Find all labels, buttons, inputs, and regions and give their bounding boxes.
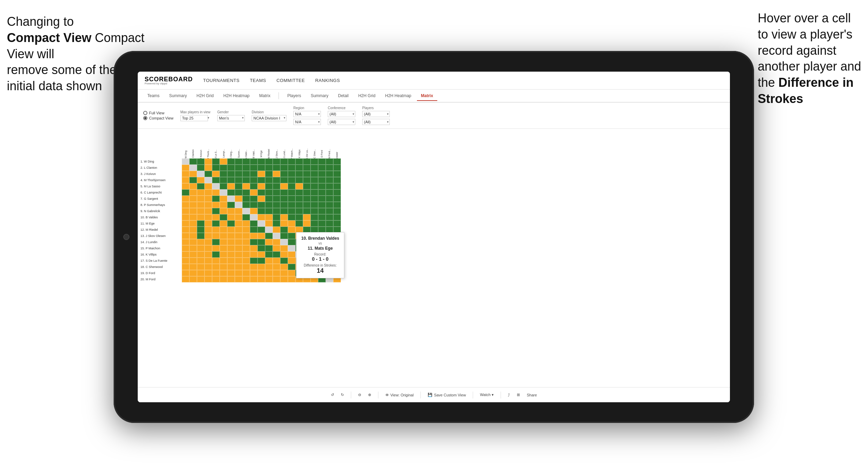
- grid-cell[interactable]: [265, 245, 273, 251]
- grid-cell[interactable]: [220, 208, 227, 214]
- grid-cell[interactable]: [288, 158, 295, 165]
- grid-cell[interactable]: [250, 220, 258, 227]
- grid-cell[interactable]: [205, 177, 212, 183]
- grid-cell[interactable]: [220, 270, 227, 276]
- grid-cell[interactable]: [265, 258, 273, 264]
- grid-cell[interactable]: [273, 227, 280, 233]
- grid-cell[interactable]: [227, 196, 235, 202]
- division-select[interactable]: NCAA Division I: [252, 115, 286, 121]
- grid-cell[interactable]: [212, 202, 220, 208]
- grid-cell[interactable]: [333, 202, 341, 208]
- grid-cell[interactable]: [227, 208, 235, 214]
- grid-icon-button[interactable]: ⊞: [517, 393, 520, 397]
- grid-cell[interactable]: [288, 251, 295, 258]
- grid-cell[interactable]: [250, 171, 258, 177]
- grid-cell[interactable]: [280, 202, 288, 208]
- grid-cell[interactable]: [280, 196, 288, 202]
- grid-cell[interactable]: [333, 208, 341, 214]
- grid-cell[interactable]: [242, 189, 250, 196]
- grid-cell[interactable]: [265, 202, 273, 208]
- grid-cell[interactable]: [235, 189, 242, 196]
- grid-cell[interactable]: [333, 177, 341, 183]
- grid-cell[interactable]: [227, 233, 235, 239]
- grid-cell[interactable]: [280, 214, 288, 220]
- players-select2[interactable]: (All): [362, 119, 390, 125]
- grid-cell[interactable]: [182, 276, 189, 282]
- grid-cell[interactable]: [295, 171, 303, 177]
- save-custom-button[interactable]: 💾 Save Custom View: [428, 393, 466, 397]
- undo-button[interactable]: ↺: [331, 393, 334, 397]
- grid-cell[interactable]: [189, 233, 197, 239]
- grid-cell[interactable]: [205, 158, 212, 165]
- zoom-in-button[interactable]: ⊕: [368, 393, 371, 397]
- grid-cell[interactable]: [265, 158, 273, 165]
- grid-cell[interactable]: [242, 264, 250, 270]
- grid-cell[interactable]: [288, 183, 295, 189]
- grid-cell[interactable]: [197, 158, 205, 165]
- tab-teams[interactable]: Teams: [143, 91, 164, 100]
- grid-cell[interactable]: [326, 183, 333, 189]
- grid-cell[interactable]: [182, 227, 189, 233]
- grid-cell[interactable]: [220, 189, 227, 196]
- grid-cell[interactable]: [242, 171, 250, 177]
- grid-cell[interactable]: [220, 171, 227, 177]
- tab-matrix-1[interactable]: Matrix: [255, 91, 275, 100]
- share-button[interactable]: Share: [527, 393, 537, 397]
- grid-cell[interactable]: [220, 165, 227, 171]
- grid-cell[interactable]: [318, 171, 326, 177]
- grid-cell[interactable]: [273, 264, 280, 270]
- grid-cell[interactable]: [220, 220, 227, 227]
- grid-cell[interactable]: [235, 208, 242, 214]
- grid-cell[interactable]: [227, 258, 235, 264]
- grid-cell[interactable]: [235, 202, 242, 208]
- grid-cell[interactable]: [258, 158, 265, 165]
- grid-cell[interactable]: [258, 251, 265, 258]
- grid-cell[interactable]: [220, 258, 227, 264]
- grid-cell[interactable]: [303, 165, 311, 171]
- grid-cell[interactable]: [326, 177, 333, 183]
- grid-cell[interactable]: [212, 189, 220, 196]
- grid-cell[interactable]: [280, 251, 288, 258]
- grid-cell[interactable]: [273, 251, 280, 258]
- grid-cell[interactable]: [235, 220, 242, 227]
- grid-cell[interactable]: [280, 158, 288, 165]
- grid-cell[interactable]: [250, 245, 258, 251]
- grid-cell[interactable]: [280, 270, 288, 276]
- grid-cell[interactable]: [280, 227, 288, 233]
- max-players-wrapper[interactable]: Top 25: [180, 115, 210, 121]
- grid-cell[interactable]: [258, 208, 265, 214]
- grid-cell[interactable]: [227, 214, 235, 220]
- nav-rankings[interactable]: RANKINGS: [315, 78, 340, 83]
- grid-cell[interactable]: [250, 196, 258, 202]
- grid-cell[interactable]: [182, 177, 189, 183]
- grid-cell[interactable]: [250, 276, 258, 282]
- grid-cell[interactable]: [326, 196, 333, 202]
- grid-cell[interactable]: [280, 177, 288, 183]
- players-select[interactable]: (All): [362, 111, 390, 117]
- grid-cell[interactable]: [318, 202, 326, 208]
- full-view-radio[interactable]: [143, 111, 147, 115]
- grid-cell[interactable]: [212, 177, 220, 183]
- grid-cell[interactable]: [227, 264, 235, 270]
- grid-cell[interactable]: [235, 258, 242, 264]
- grid-cell[interactable]: [227, 220, 235, 227]
- grid-cell[interactable]: [303, 177, 311, 183]
- grid-cell[interactable]: [197, 251, 205, 258]
- grid-cell[interactable]: [242, 208, 250, 214]
- grid-cell[interactable]: [326, 165, 333, 171]
- grid-cell[interactable]: [295, 208, 303, 214]
- grid-cell[interactable]: [182, 196, 189, 202]
- grid-cell[interactable]: [280, 258, 288, 264]
- grid-cell[interactable]: [182, 202, 189, 208]
- grid-cell[interactable]: [250, 183, 258, 189]
- grid-cell[interactable]: [303, 183, 311, 189]
- grid-cell[interactable]: [205, 245, 212, 251]
- grid-cell[interactable]: [182, 239, 189, 245]
- grid-cell[interactable]: [205, 258, 212, 264]
- grid-cell[interactable]: [220, 245, 227, 251]
- grid-cell[interactable]: [220, 276, 227, 282]
- grid-cell[interactable]: [212, 264, 220, 270]
- grid-cell[interactable]: [212, 196, 220, 202]
- grid-cell[interactable]: [258, 214, 265, 220]
- grid-cell[interactable]: [235, 165, 242, 171]
